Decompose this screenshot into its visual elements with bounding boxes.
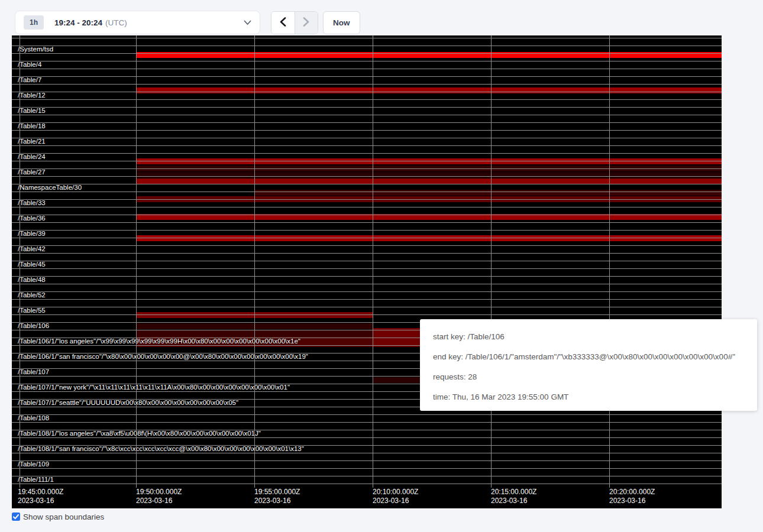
span-label: /Table/55 [18, 307, 46, 314]
span-label: /Table/106/1/"los angeles"/"\x99\x99\x99… [18, 338, 300, 345]
span-boundary-line [12, 145, 722, 146]
span-label: /Table/108 [18, 414, 49, 422]
span-label: /Table/21 [18, 138, 46, 145]
chevron-down-icon [244, 20, 251, 25]
span-label: /Table/48 [18, 276, 46, 284]
span-label: /Table/108/1/"los angeles"/"\xa8\xf5\u00… [18, 430, 261, 437]
chevron-left-icon [280, 17, 286, 28]
span-boundary-line [12, 414, 722, 415]
heat-band[interactable] [136, 87, 722, 93]
heat-band[interactable] [254, 190, 722, 196]
span-boundary-line [12, 61, 722, 61]
span-boundary-line [12, 207, 722, 207]
span-boundary-line [12, 284, 722, 284]
time-gridline [373, 35, 373, 488]
time-gridline [254, 35, 255, 488]
span-label: /Table/106 [18, 322, 49, 330]
span-label: /Table/4 [18, 61, 41, 69]
span-boundary-line [12, 192, 722, 192]
toolbar: 1h 19:24 - 20:24 (UTC) Now [0, 0, 763, 35]
tooltip-requests: requests: 28 [433, 366, 744, 387]
span-boundary-line [12, 53, 722, 54]
span-label: /Table/7 [18, 76, 41, 84]
span-boundary-line [12, 238, 722, 238]
show-span-boundaries-label[interactable]: Show span boundaries [23, 512, 104, 522]
span-boundary-line [12, 199, 722, 200]
span-boundary-line [12, 261, 722, 261]
heat-band[interactable] [136, 172, 722, 178]
span-label: /NamespaceTable/30 [18, 184, 82, 192]
span-boundary-line [12, 184, 722, 184]
span-label: /Table/24 [18, 153, 46, 161]
span-label: /Table/27 [18, 168, 46, 176]
span-boundary-line [12, 253, 722, 254]
span-label: /Table/45 [18, 261, 46, 268]
span-boundary-line [12, 468, 722, 469]
footer: Show span boundaries [12, 512, 104, 522]
span-label: /Table/15 [18, 107, 46, 115]
span-boundary-line [12, 138, 722, 138]
span-boundary-line [12, 314, 722, 315]
time-gridline [609, 35, 610, 488]
span-boundary-line [12, 230, 722, 231]
span-boundary-line [12, 291, 722, 292]
tooltip-time: time: Thu, 16 Mar 2023 19:55:00 GMT [433, 387, 744, 407]
span-boundary-line [12, 107, 722, 108]
span-label: /Table/107/1/"seattle"/"UUUUUUD\x00\x80\… [18, 399, 238, 407]
span-boundary-line [12, 299, 722, 300]
now-button[interactable]: Now [323, 11, 360, 34]
x-axis-label: 20:15:00.000Z2023-03-16 [491, 488, 536, 505]
span-boundary-line [12, 153, 722, 154]
span-label: /Table/39 [18, 230, 46, 238]
span-boundary-line [12, 215, 722, 215]
time-gridline [136, 35, 137, 488]
span-boundary-line [12, 222, 722, 223]
span-boundary-line [12, 453, 722, 453]
span-boundary-line [12, 115, 722, 115]
span-boundary-line [12, 484, 722, 484]
next-interval-button[interactable] [295, 12, 318, 34]
show-span-boundaries-checkbox[interactable] [12, 512, 20, 521]
span-label: /System/tsd [18, 46, 53, 53]
span-boundary-line [12, 99, 722, 100]
x-axis-label: 20:20:00.000Z2023-03-16 [609, 488, 655, 505]
chevron-right-icon [303, 17, 309, 28]
time-range-zone: (UTC) [105, 18, 127, 27]
key-visualizer-page: 1h 19:24 - 20:24 (UTC) Now /System/tsd/T… [0, 0, 763, 532]
time-range-selector[interactable]: 1h 19:24 - 20:24 (UTC) [15, 11, 260, 34]
span-boundary-line [12, 422, 722, 423]
time-range-duration-badge: 1h [24, 15, 44, 30]
heat-band[interactable] [136, 158, 722, 164]
heat-band[interactable] [136, 235, 722, 241]
span-boundary-line [12, 38, 722, 38]
checkmark-icon [13, 511, 19, 522]
span-label: /Table/111/1 [18, 476, 54, 484]
span-boundary-line [12, 176, 722, 177]
span-boundary-line [12, 76, 722, 77]
previous-interval-button[interactable] [271, 12, 295, 34]
span-boundary-line [12, 69, 722, 69]
time-gridline [491, 35, 492, 488]
span-boundary-line [12, 122, 722, 123]
span-label: /Table/36 [18, 215, 46, 222]
span-label: /Table/42 [18, 245, 46, 253]
span-label: /Table/18 [18, 122, 46, 130]
span-label: /Table/107 [18, 368, 49, 376]
span-boundary-line [12, 46, 722, 46]
span-label: /Table/52 [18, 291, 46, 299]
span-boundary-line [12, 161, 722, 161]
span-label: /Table/106/1/"san francisco"/"\x80\x00\x… [18, 353, 308, 361]
span-label: /Table/33 [18, 199, 46, 207]
span-label: /Table/109 [18, 460, 49, 468]
span-label: /Table/108/1/"san francisco"/"\x8c\xcc\x… [18, 445, 304, 453]
x-axis-label: 19:50:00.000Z2023-03-16 [136, 488, 182, 505]
time-nav-group [271, 11, 318, 34]
span-boundary-line [12, 307, 722, 307]
span-boundary-line [12, 130, 722, 131]
heatmap-canvas[interactable]: /System/tsd/Table/4/Table/7/Table/12/Tab… [12, 35, 722, 508]
span-boundary-line [12, 460, 722, 461]
x-axis-label: 20:10:00.000Z2023-03-16 [373, 488, 418, 505]
tooltip-end-key: end key: /Table/106/1/"amsterdam"/"\xb33… [433, 346, 744, 366]
span-boundary-line [12, 84, 722, 85]
span-boundary-line [12, 168, 722, 169]
